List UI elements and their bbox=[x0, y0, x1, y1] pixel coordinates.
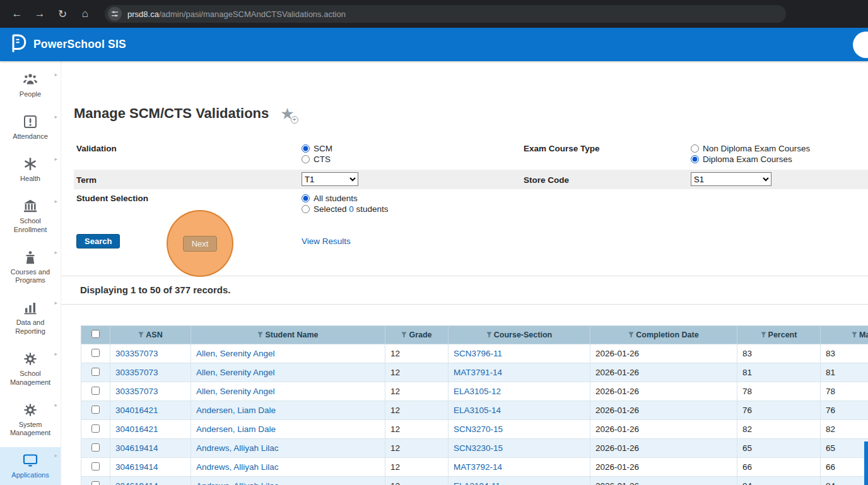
sidebar-item-attendance[interactable]: ▸Attendance bbox=[0, 108, 61, 146]
student-name-cell: Andersen, Liam Dale bbox=[191, 420, 385, 439]
row-checkbox[interactable] bbox=[91, 462, 100, 470]
search-button[interactable]: Search bbox=[76, 234, 120, 248]
column-header-label: ASN bbox=[146, 330, 162, 339]
row-checkbox[interactable] bbox=[91, 424, 100, 433]
asn-link[interactable]: 304619414 bbox=[115, 462, 158, 472]
radio-input[interactable] bbox=[302, 155, 310, 163]
column-header-asn[interactable]: ASN bbox=[110, 326, 191, 344]
course-section-link[interactable]: ELA3104-11 bbox=[454, 481, 500, 485]
back-icon[interactable]: ← bbox=[8, 4, 26, 23]
row-checkbox[interactable] bbox=[91, 349, 100, 357]
percent-cell: 65 bbox=[737, 439, 821, 458]
course-section-link[interactable]: SCN3230-15 bbox=[454, 443, 503, 453]
asn-link[interactable]: 303357073 bbox=[115, 387, 158, 396]
filter-icon[interactable] bbox=[852, 332, 857, 338]
filter-icon[interactable] bbox=[628, 332, 634, 338]
asn-link[interactable]: 303357073 bbox=[115, 368, 158, 377]
row-checkbox[interactable] bbox=[91, 481, 100, 485]
course-section-link[interactable]: MAT3791-14 bbox=[454, 368, 502, 377]
filter-icon[interactable] bbox=[138, 332, 144, 338]
selected-count-link[interactable]: 0 bbox=[349, 204, 354, 214]
student-name-link[interactable]: Allen, Serenity Angel bbox=[196, 387, 275, 396]
term-label: Term bbox=[76, 174, 302, 185]
asn-link[interactable]: 304619414 bbox=[115, 443, 158, 453]
store-code-select[interactable]: S1 bbox=[691, 172, 771, 186]
column-header-percent[interactable]: Percent bbox=[737, 326, 821, 344]
main-content: Manage SCM/CTS Validations ★+ Validation… bbox=[61, 61, 868, 485]
radio-option-selected-0-students[interactable]: Selected 0 students bbox=[302, 204, 389, 214]
radio-label: Non Diploma Exam Courses bbox=[703, 144, 810, 153]
chevron-right-icon: ▸ bbox=[54, 300, 57, 306]
sidebar-item-system-management[interactable]: ▸System Management bbox=[0, 397, 61, 443]
table-row: 304016421Andersen, Liam Dale12SCN3270-15… bbox=[81, 420, 868, 439]
filter-icon[interactable] bbox=[401, 332, 407, 338]
forward-icon[interactable]: → bbox=[30, 4, 49, 23]
view-results-link[interactable]: View Results bbox=[302, 237, 351, 246]
mark-cell: 83 bbox=[821, 344, 868, 363]
sidebar-item-applications[interactable]: ▸Applications bbox=[0, 447, 61, 485]
filter-icon[interactable] bbox=[761, 332, 766, 338]
course-section-link[interactable]: SCN3270-15 bbox=[454, 424, 503, 434]
site-settings-icon[interactable] bbox=[108, 7, 122, 21]
asn-link[interactable]: 304619414 bbox=[115, 481, 158, 485]
radio-input[interactable] bbox=[302, 194, 310, 202]
next-button[interactable]: Next bbox=[183, 236, 218, 252]
course-section-link[interactable]: SCN3796-11 bbox=[454, 349, 502, 358]
data-reporting-icon bbox=[23, 300, 37, 315]
asn-link[interactable]: 304016421 bbox=[115, 406, 158, 415]
refresh-icon[interactable]: ↻ bbox=[53, 4, 72, 23]
column-header-grade[interactable]: Grade bbox=[385, 326, 449, 344]
student-name-link[interactable]: Andrews, Alliyah Lilac bbox=[196, 462, 279, 472]
mark-cell: 76 bbox=[821, 401, 868, 420]
sidebar-item-health[interactable]: ▸Health bbox=[0, 151, 61, 189]
course-section-cell: SCN3270-15 bbox=[449, 420, 590, 439]
asn-link[interactable]: 303357073 bbox=[115, 349, 158, 358]
filter-icon[interactable] bbox=[257, 332, 263, 338]
radio-option-cts[interactable]: CTS bbox=[302, 155, 331, 164]
student-name-link[interactable]: Allen, Serenity Angel bbox=[196, 368, 275, 377]
favorite-star-icon[interactable]: ★+ bbox=[280, 106, 294, 122]
completion-date-cell: 2026-01-26 bbox=[590, 401, 737, 420]
term-select[interactable]: T1 bbox=[302, 172, 358, 186]
address-bar[interactable]: prsd8.ca/admin/pasi/manageSCMAndCTSValid… bbox=[105, 5, 786, 23]
header-user-button[interactable] bbox=[853, 32, 868, 58]
student-name-link[interactable]: Andersen, Liam Dale bbox=[196, 406, 276, 415]
course-section-link[interactable]: ELA3105-12 bbox=[454, 387, 501, 396]
radio-input[interactable] bbox=[302, 205, 310, 213]
radio-option-scm[interactable]: SCM bbox=[302, 144, 332, 153]
row-checkbox[interactable] bbox=[91, 406, 100, 414]
row-checkbox[interactable] bbox=[91, 368, 100, 376]
asn-link[interactable]: 304016421 bbox=[115, 424, 158, 434]
student-name-link[interactable]: Allen, Serenity Angel bbox=[196, 349, 275, 358]
student-name-link[interactable]: Andrews, Alliyah Lilac bbox=[196, 443, 279, 453]
course-section-link[interactable]: ELA3105-14 bbox=[454, 406, 501, 415]
column-header-mark[interactable]: Mark bbox=[821, 326, 868, 344]
column-header-completion-date[interactable]: Completion Date bbox=[590, 326, 737, 344]
sidebar-item-people[interactable]: ▸People bbox=[0, 66, 61, 104]
grade-cell: 12 bbox=[385, 439, 449, 458]
row-checkbox[interactable] bbox=[91, 443, 100, 452]
row-checkbox[interactable] bbox=[91, 387, 100, 395]
scroll-indicator[interactable] bbox=[864, 441, 868, 485]
radio-input[interactable] bbox=[691, 144, 699, 153]
column-header-course-section[interactable]: Course-Section bbox=[449, 326, 590, 344]
sidebar-item-courses-and-programs[interactable]: ▸Courses and Programs bbox=[0, 244, 61, 291]
sidebar-item-school-enrollment[interactable]: ▸School Enrollment bbox=[0, 193, 61, 240]
radio-option-non-diploma-exam-courses[interactable]: Non Diploma Exam Courses bbox=[691, 144, 810, 153]
radio-input[interactable] bbox=[691, 155, 699, 163]
course-section-link[interactable]: MAT3792-14 bbox=[454, 462, 502, 472]
filter-icon[interactable] bbox=[486, 332, 492, 338]
radio-option-all-students[interactable]: All students bbox=[302, 194, 358, 203]
column-header-student-name[interactable]: Student Name bbox=[191, 326, 385, 344]
sidebar-item-school-management[interactable]: ▸School Management bbox=[0, 346, 61, 392]
radio-option-diploma-exam-courses[interactable]: Diploma Exam Courses bbox=[691, 155, 792, 164]
app-header: PowerSchool SIS bbox=[0, 28, 868, 61]
radio-label: CTS bbox=[314, 155, 331, 164]
student-name-link[interactable]: Andersen, Liam Dale bbox=[196, 424, 276, 434]
student-name-link[interactable]: Andrews, Alliyah Lilac bbox=[196, 481, 279, 485]
radio-input[interactable] bbox=[302, 144, 310, 153]
select-all-checkbox[interactable] bbox=[91, 330, 100, 338]
home-icon[interactable]: ⌂ bbox=[76, 4, 95, 23]
sidebar-item-data-and-reporting[interactable]: ▸Data and Reporting bbox=[0, 295, 61, 341]
people-icon bbox=[23, 72, 38, 87]
